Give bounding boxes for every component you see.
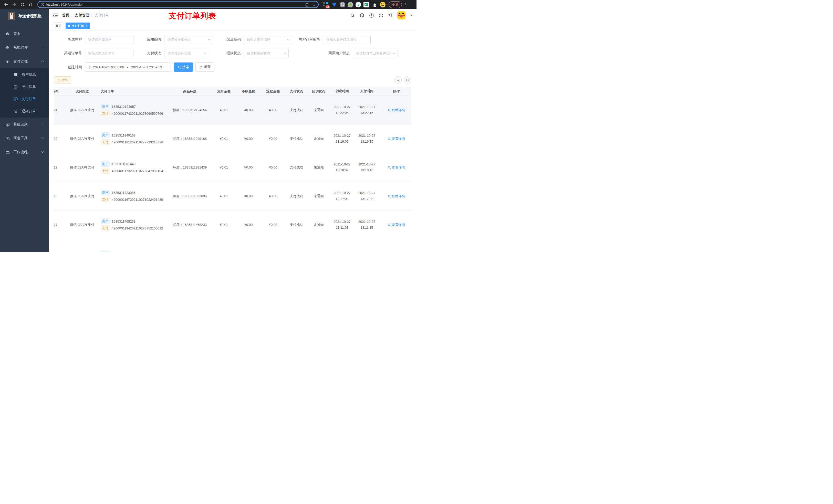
pay-time: 2021-10-2713:18:10 (355, 162, 379, 173)
field-pay-status: 支付状态 (134, 49, 209, 58)
fee-amount: ¥0.00 (236, 165, 261, 169)
sidebar-item-refund-order[interactable]: 退款订单 (0, 105, 49, 118)
goods-title: 标题：1635311468233 (168, 222, 212, 227)
field-label: 应用编号 (134, 37, 164, 42)
col-header: 支付渠道 (65, 89, 100, 94)
view-detail-link[interactable]: 查看详情 (388, 222, 405, 227)
field-create-time: 创建时间 2021-10-01 00:00:00 - 2021-10-31 23… (54, 63, 171, 72)
create-time: 2021-10-2713:22:05 (330, 104, 355, 116)
sidebar-item-app-info[interactable]: 应用信息 (0, 81, 49, 93)
field-label: 退款状态 (213, 51, 244, 55)
refund-status-select[interactable] (244, 49, 289, 58)
col-header: 回调状态 (308, 89, 330, 94)
view-detail-link[interactable]: 查看详情 (388, 137, 405, 141)
pay-tag: 支付 (101, 168, 110, 174)
page-annotation-title: 支付订单列表 (169, 11, 216, 21)
tag-pay-order[interactable]: 支付订单 × (66, 23, 90, 29)
close-icon[interactable]: × (86, 24, 87, 28)
chat-extension-icon[interactable] (363, 2, 369, 7)
sidebar-item-label: 商户信息 (22, 72, 36, 77)
filter-row-2: 渠道订单号 支付状态 退款状态 回调商户状态 (54, 49, 411, 58)
field-label: 回调商户状态 (319, 51, 353, 55)
field-channel-code: 渠道编码 (213, 35, 292, 44)
browser-update-button[interactable]: 更新 (388, 1, 402, 8)
pay-time: 2021-10-2713:22:15 (355, 104, 379, 116)
emoji-extension-icon[interactable] (380, 2, 385, 7)
browser-menu-icon[interactable]: ⋮ (403, 2, 407, 7)
sidebar-item-home[interactable]: 首页 (0, 27, 49, 41)
address-bar[interactable]: localhost:1024/pay/order ☆ (38, 1, 319, 8)
browser-reload-icon[interactable] (19, 1, 26, 8)
view-detail-link[interactable]: 查看详情 (388, 165, 405, 170)
command-extension-icon[interactable]: ⌘ (340, 2, 345, 7)
sidebar-item-merchant-info[interactable]: 商户信息 (0, 68, 49, 81)
merchant-input[interactable] (85, 35, 134, 44)
browser-home-icon[interactable] (27, 1, 34, 8)
sidebar-item-dev-tools[interactable]: 研发工具 (0, 131, 49, 145)
chevron-down-icon (41, 122, 44, 125)
site-info-icon[interactable] (41, 3, 44, 6)
col-header: 退款金额 (261, 89, 285, 94)
browser-forward-icon[interactable] (11, 1, 18, 8)
view-detail-link[interactable]: 查看详情 (388, 108, 405, 113)
user-menu-caret-icon[interactable] (410, 15, 412, 16)
sidebar-item-payment[interactable]: ¥ 支付管理 (0, 54, 49, 68)
search-icon[interactable] (350, 13, 355, 18)
active-dot (68, 25, 70, 27)
channel-order-no-input[interactable] (85, 49, 134, 58)
reset-button[interactable]: 重置 (195, 63, 214, 72)
toggle-search-button[interactable] (395, 76, 402, 83)
help-icon[interactable]: ? (369, 13, 374, 18)
github-icon[interactable] (359, 13, 364, 18)
browser-back-icon[interactable] (3, 1, 9, 8)
url-path: :1024/pay/order (60, 3, 83, 6)
breadcrumb-home[interactable]: 首页 (62, 13, 69, 18)
fee-amount: ¥0.00 (236, 223, 261, 226)
merchant-order-no: 1635311468233 (112, 219, 136, 223)
pay-status-select[interactable] (164, 49, 209, 58)
pay-tag: 支付 (101, 111, 110, 116)
pay-tag: 支付 (101, 225, 110, 231)
sidebar-item-label: 支付订单 (22, 97, 36, 101)
tag-home[interactable]: 首页 (53, 23, 64, 29)
sidebar-item-system[interactable]: ⚙ 系统管理 (0, 41, 49, 54)
field-merchant: 所属商户 (54, 35, 134, 44)
sidebar-item-infrastructure[interactable]: 基础设施 (0, 118, 49, 131)
yuque-extension-icon[interactable]: y (356, 2, 361, 7)
font-size-icon[interactable]: TT (388, 13, 393, 18)
sidebar-collapse-icon[interactable] (53, 13, 58, 18)
recorder-extension-icon[interactable] (348, 2, 353, 7)
breadcrumb: 首页 / 支付管理 / 支付订单 (62, 13, 109, 18)
fee-amount: ¥0.00 (236, 137, 261, 141)
view-detail-link[interactable]: 查看详情 (388, 194, 405, 198)
share-icon[interactable] (305, 3, 309, 7)
pay-amount: ¥0.01 (212, 165, 236, 169)
bookmark-star-icon[interactable]: ☆ (312, 2, 315, 7)
tags-view-bar: 首页 支付订单 × (49, 22, 416, 30)
toolbar-right (395, 76, 411, 83)
shop-icon (13, 72, 18, 77)
sidebar-item-label: 退款订单 (22, 109, 36, 114)
user-avatar[interactable] (397, 11, 405, 20)
field-notify-status: 回调商户状态 (319, 49, 398, 58)
puzzle-extension-icon[interactable] (372, 2, 378, 8)
sidebar-item-pay-order[interactable]: ¥ 支付订单 (0, 93, 49, 105)
goods-title: 标题：1635312124656 (168, 108, 212, 113)
paraglider-extension-icon[interactable] (331, 2, 337, 8)
fullscreen-icon[interactable] (378, 13, 383, 18)
search-button[interactable]: 搜索 (174, 63, 193, 72)
export-button[interactable]: 导出 (54, 76, 71, 83)
sidebar-item-workflow[interactable]: 工作流程 (0, 145, 49, 159)
pay-time: 2021-10-2713:19:15 (355, 133, 379, 144)
app-logo-row[interactable]: 芋道管理系统 (0, 9, 49, 23)
date-range-picker[interactable]: 2021-10-01 00:00:00 - 2021-10-31 23:59:5… (85, 63, 171, 72)
extension-manager-icon[interactable]: 10 (323, 2, 329, 8)
merchant-order-no-input[interactable] (323, 35, 371, 44)
update-label: 更新 (392, 2, 399, 7)
notify-status-select[interactable] (353, 49, 398, 58)
channel-code-select[interactable] (244, 35, 292, 44)
breadcrumb-pay-manage[interactable]: 支付管理 (75, 13, 89, 18)
refresh-button[interactable] (404, 76, 411, 83)
filter-row-3: 创建时间 2021-10-01 00:00:00 - 2021-10-31 23… (54, 63, 411, 72)
app-select[interactable] (164, 35, 213, 44)
